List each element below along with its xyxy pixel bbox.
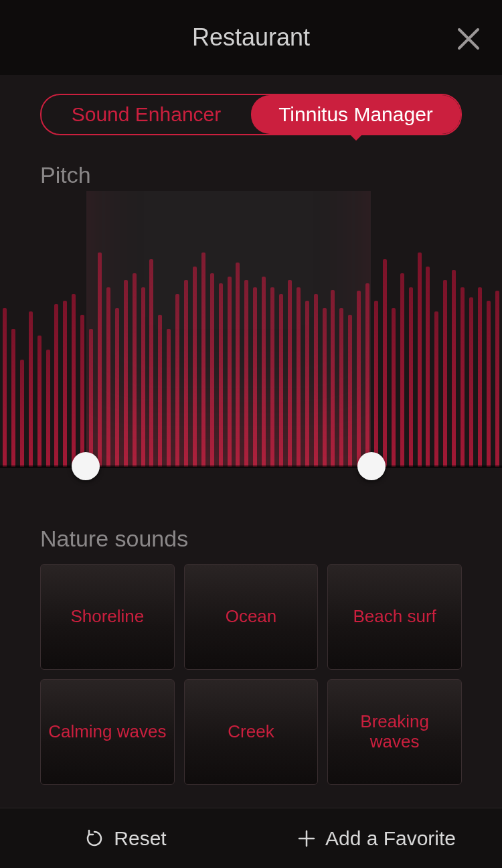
spectrum-bar: [434, 311, 438, 467]
close-icon[interactable]: [455, 25, 482, 52]
spectrum-bar: [54, 304, 58, 467]
spectrum-bar: [80, 315, 84, 467]
tab-bar: Sound Enhancer Tinnitus Manager: [40, 94, 462, 135]
spectrum-bar: [495, 291, 499, 467]
reset-button[interactable]: Reset: [0, 827, 251, 850]
spectrum-bar: [37, 336, 41, 467]
spectrum-bar: [20, 360, 24, 467]
pitch-handle-high[interactable]: [357, 452, 386, 480]
nature-sound-card[interactable]: Shoreline: [40, 564, 175, 670]
nature-sound-label: Beach surf: [353, 607, 436, 627]
nature-sound-card[interactable]: Calming waves: [40, 679, 175, 785]
spectrum-bar: [443, 280, 447, 467]
spectrum-bar: [452, 270, 456, 467]
spectrum-bar: [46, 350, 50, 467]
nature-sound-label: Creek: [228, 722, 274, 742]
tab-tinnitus-manager[interactable]: Tinnitus Manager: [251, 95, 461, 134]
pitch-handle-low[interactable]: [72, 452, 100, 480]
spectrum-bar: [409, 287, 413, 467]
spectrum-bar: [63, 301, 67, 467]
spectrum-bar: [400, 273, 404, 467]
spectrum-bar: [383, 259, 387, 467]
footer: Reset Add a Favorite: [0, 808, 502, 868]
pitch-slider[interactable]: [0, 191, 502, 499]
plus-icon: [297, 829, 316, 848]
add-favorite-label: Add a Favorite: [325, 827, 456, 850]
nature-sound-card[interactable]: Breaking waves: [327, 679, 462, 785]
nature-sound-card[interactable]: Creek: [184, 679, 319, 785]
nature-sound-label: Breaking waves: [335, 712, 454, 752]
spectrum-bar: [469, 297, 473, 467]
tab-tinnitus-manager-label: Tinnitus Manager: [278, 103, 433, 125]
spectrum-bar: [29, 311, 33, 467]
spectrum-bar: [418, 252, 422, 467]
nature-sound-card[interactable]: Ocean: [184, 564, 319, 670]
nature-sound-label: Calming waves: [48, 722, 166, 742]
spectrum-bar: [461, 287, 465, 467]
spectrum-bar: [72, 294, 76, 467]
spectrum-bar: [478, 287, 482, 467]
nature-sounds-grid: ShorelineOceanBeach surfCalming wavesCre…: [40, 564, 462, 785]
tab-sound-enhancer[interactable]: Sound Enhancer: [41, 95, 251, 134]
pitch-selection-range: [86, 191, 372, 467]
spectrum-bar: [374, 301, 378, 467]
tab-active-indicator-icon: [348, 133, 364, 141]
spectrum-bar: [11, 329, 15, 467]
spectrum-bar: [487, 301, 491, 467]
nature-sound-card[interactable]: Beach surf: [327, 564, 462, 670]
reset-label: Reset: [114, 827, 166, 850]
page-title: Restaurant: [192, 23, 310, 52]
nature-sound-label: Shoreline: [70, 607, 144, 627]
add-favorite-button[interactable]: Add a Favorite: [251, 827, 502, 850]
nature-sound-label: Ocean: [226, 607, 277, 627]
reset-icon: [84, 828, 104, 849]
spectrum-bar: [392, 308, 396, 467]
header: Restaurant: [0, 0, 502, 75]
spectrum-bar: [3, 308, 7, 467]
nature-sounds-label: Nature sounds: [40, 526, 502, 552]
spectrum-bar: [426, 267, 430, 467]
